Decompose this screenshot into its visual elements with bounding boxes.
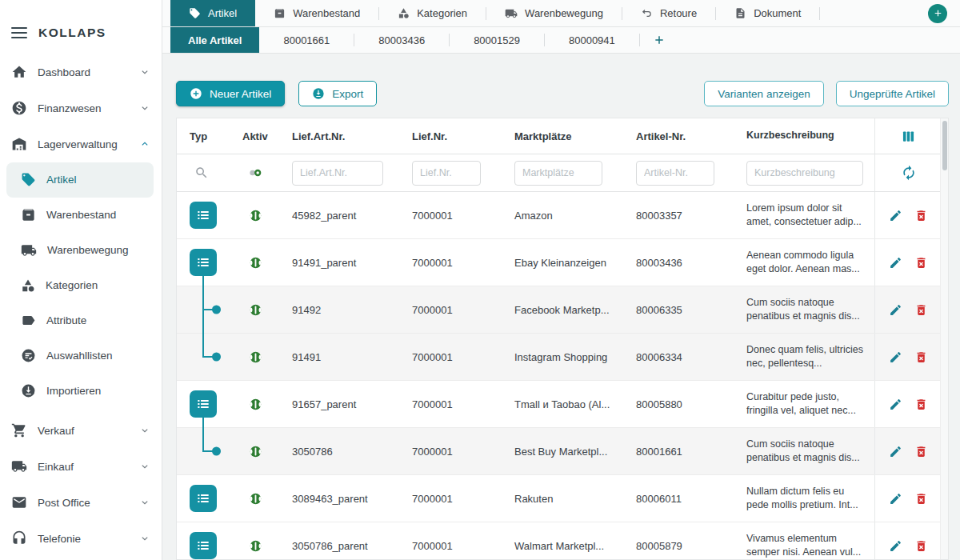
cell-lief-art-nr: 3050786 bbox=[282, 446, 402, 458]
sidebar-item-dashboard[interactable]: Dashboard bbox=[0, 54, 162, 90]
tab-artikel[interactable]: Artikel bbox=[170, 0, 255, 26]
edit-icon[interactable] bbox=[889, 398, 902, 411]
header-lief-nr: Lief.Nr. bbox=[402, 130, 505, 142]
new-article-button[interactable]: Neuer Artikel bbox=[176, 81, 285, 106]
column-settings-icon[interactable] bbox=[900, 128, 917, 145]
sidebar-item-post-office[interactable]: Post Office bbox=[0, 485, 162, 521]
tab-kategorien[interactable]: Kategorien bbox=[379, 0, 486, 26]
delete-icon[interactable] bbox=[914, 350, 928, 364]
truck-icon bbox=[21, 242, 37, 258]
subtab-80003436[interactable]: 80003436 bbox=[354, 27, 449, 53]
sidebar-item-importieren[interactable]: Importieren bbox=[6, 374, 154, 409]
parent-type-icon[interactable] bbox=[190, 202, 217, 229]
cell-artikel-nr: 80001661 bbox=[626, 446, 737, 458]
list-icon bbox=[195, 538, 211, 554]
list-icon bbox=[195, 207, 211, 223]
tab-separator bbox=[819, 7, 820, 20]
cell-kurzbeschreibung: Curabitur pede justo, fringilla vel, ali… bbox=[737, 390, 874, 418]
delete-icon[interactable] bbox=[914, 303, 928, 317]
delete-icon[interactable] bbox=[914, 445, 928, 458]
cell-lief-art-nr: 45982_parent bbox=[282, 210, 402, 222]
sidebar-item-artikel[interactable]: Artikel bbox=[6, 162, 154, 198]
sidebar-item-telefonie[interactable]: Telefonie bbox=[0, 521, 162, 557]
app-logo: KOLLAPS bbox=[38, 26, 106, 40]
parent-type-icon[interactable] bbox=[190, 249, 217, 276]
filter-kurzbeschreibung-input[interactable] bbox=[746, 161, 863, 186]
filter-aktiv bbox=[233, 165, 282, 181]
table-row: 91657_parent 7000001 Tmall и Taobao (Al.… bbox=[177, 381, 948, 428]
edit-icon[interactable] bbox=[889, 303, 902, 317]
cell-marktplatz: Best Buy Marketpl... bbox=[505, 446, 626, 458]
subtab-80001529[interactable]: 80001529 bbox=[450, 27, 544, 53]
cell-artikel-nr: 80006011 bbox=[626, 493, 737, 505]
document-icon bbox=[734, 7, 746, 19]
filter-marktplaetze-input[interactable] bbox=[514, 161, 602, 186]
cell-artikel-nr: 80005880 bbox=[626, 398, 737, 410]
child-node-dot bbox=[212, 353, 221, 362]
filter-actions bbox=[874, 154, 948, 191]
chevron-down-icon bbox=[139, 102, 150, 114]
child-node-dot bbox=[212, 447, 221, 456]
sidebar-item-warenbewegung[interactable]: Warenbewegung bbox=[6, 233, 154, 268]
delete-icon[interactable] bbox=[914, 256, 928, 270]
sidebar-item-kategorien[interactable]: Kategorien bbox=[6, 268, 154, 303]
cell-lief-art-nr: 91492 bbox=[282, 304, 402, 316]
return-arrow-icon bbox=[641, 7, 653, 19]
header-actions bbox=[874, 118, 948, 154]
cell-marktplatz: Ebay Kleinanzeigen bbox=[505, 257, 626, 269]
cell-lief-art-nr: 91491 bbox=[282, 351, 402, 363]
refresh-icon[interactable] bbox=[901, 165, 917, 181]
delete-icon[interactable] bbox=[914, 209, 928, 222]
dollar-circle-icon bbox=[11, 100, 27, 116]
table-row: 3050786_parent 7000001 Walmart Marketpl.… bbox=[177, 522, 948, 560]
sidebar-item-warenbestand[interactable]: Warenbestand bbox=[6, 198, 154, 233]
chevron-down-icon bbox=[139, 461, 150, 472]
active-toggle-filter-icon[interactable] bbox=[248, 165, 264, 181]
chevron-down-icon bbox=[139, 425, 150, 436]
scrollbar-thumb[interactable] bbox=[942, 121, 947, 170]
delete-icon[interactable] bbox=[914, 492, 928, 506]
parent-type-icon[interactable] bbox=[190, 532, 217, 559]
show-variants-button[interactable]: Varianten anzeigen bbox=[704, 81, 823, 106]
filter-artikel-nr-input[interactable] bbox=[636, 161, 714, 186]
edit-icon[interactable] bbox=[889, 209, 902, 222]
chevron-down-icon bbox=[139, 497, 150, 508]
filter-lief-art-nr-input[interactable] bbox=[292, 161, 383, 186]
delete-icon[interactable] bbox=[914, 398, 928, 411]
sidebar-item-finanzwesen[interactable]: Finanzwesen bbox=[0, 90, 162, 126]
cell-lief-art-nr: 91491_parent bbox=[282, 257, 402, 269]
add-module-tab-button[interactable] bbox=[928, 4, 947, 23]
filter-lief-nr-input[interactable] bbox=[412, 161, 481, 186]
parent-type-icon[interactable] bbox=[190, 390, 217, 418]
sidebar-item-auswahllisten[interactable]: Auswahllisten bbox=[6, 338, 154, 374]
edit-icon[interactable] bbox=[889, 445, 902, 458]
add-article-tab-button[interactable] bbox=[640, 34, 678, 46]
tab-dokument[interactable]: Dokument bbox=[716, 0, 819, 26]
delete-icon[interactable] bbox=[914, 539, 928, 553]
sidebar-item-lagerverwaltung[interactable]: Lagerverwaltung bbox=[0, 126, 162, 162]
header-marktplaetze: Marktplätze bbox=[505, 130, 626, 142]
edit-icon[interactable] bbox=[889, 492, 902, 506]
subtab-80001661[interactable]: 80001661 bbox=[259, 27, 354, 53]
cell-lief-nr: 7000001 bbox=[402, 351, 505, 363]
table-row: 3089463_parent 7000001 Rakuten 80006011 … bbox=[177, 475, 948, 522]
export-button[interactable]: Export bbox=[298, 81, 377, 106]
parent-type-icon[interactable] bbox=[190, 485, 217, 512]
tree-connector-line bbox=[202, 427, 204, 450]
edit-icon[interactable] bbox=[889, 539, 902, 553]
tab-retoure[interactable]: Retoure bbox=[622, 0, 715, 26]
subtab-alle-artikel[interactable]: Alle Artikel bbox=[170, 27, 259, 53]
sidebar-item-attribute[interactable]: Attribute bbox=[6, 303, 154, 338]
cell-marktplatz: Tmall и Taobao (Al... bbox=[505, 398, 626, 410]
edit-icon[interactable] bbox=[889, 350, 902, 364]
subtab-80000941[interactable]: 80000941 bbox=[545, 27, 639, 53]
tab-warenbewegung[interactable]: Warenbewegung bbox=[486, 0, 622, 26]
header-lief-art-nr: Lief.Art.Nr. bbox=[282, 130, 402, 142]
hamburger-menu-icon[interactable] bbox=[11, 24, 27, 42]
sidebar-item-einkauf[interactable]: Einkauf bbox=[0, 449, 162, 485]
table-row: 91491 7000001 Instagram Shopping 8000633… bbox=[177, 334, 948, 381]
tab-warenbestand[interactable]: Warenbestand bbox=[255, 0, 378, 26]
edit-icon[interactable] bbox=[889, 256, 902, 270]
sidebar-item-verkauf[interactable]: Verkauf bbox=[0, 413, 162, 449]
unreviewed-articles-button[interactable]: Ungeprüfte Artikel bbox=[836, 81, 949, 106]
